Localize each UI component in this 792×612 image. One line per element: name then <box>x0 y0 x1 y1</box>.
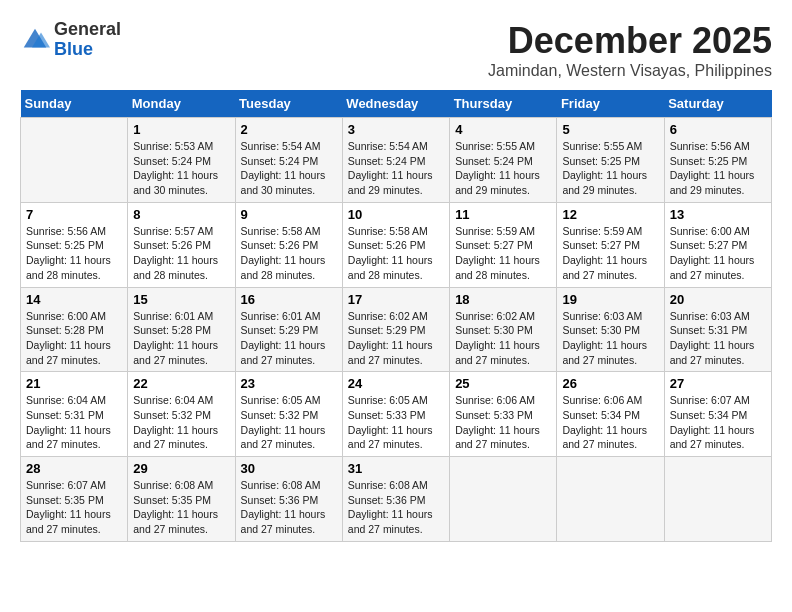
day-number: 14 <box>26 292 122 307</box>
day-number: 22 <box>133 376 229 391</box>
day-info: Sunrise: 6:08 AM Sunset: 5:36 PM Dayligh… <box>348 478 444 537</box>
calendar-cell: 18Sunrise: 6:02 AM Sunset: 5:30 PM Dayli… <box>450 287 557 372</box>
day-info: Sunrise: 6:04 AM Sunset: 5:32 PM Dayligh… <box>133 393 229 452</box>
day-info: Sunrise: 6:05 AM Sunset: 5:32 PM Dayligh… <box>241 393 337 452</box>
day-info: Sunrise: 6:08 AM Sunset: 5:35 PM Dayligh… <box>133 478 229 537</box>
calendar-cell: 11Sunrise: 5:59 AM Sunset: 5:27 PM Dayli… <box>450 202 557 287</box>
calendar-week-3: 14Sunrise: 6:00 AM Sunset: 5:28 PM Dayli… <box>21 287 772 372</box>
day-number: 12 <box>562 207 658 222</box>
day-number: 1 <box>133 122 229 137</box>
calendar-cell: 28Sunrise: 6:07 AM Sunset: 5:35 PM Dayli… <box>21 457 128 542</box>
day-info: Sunrise: 6:06 AM Sunset: 5:34 PM Dayligh… <box>562 393 658 452</box>
calendar-cell: 15Sunrise: 6:01 AM Sunset: 5:28 PM Dayli… <box>128 287 235 372</box>
day-number: 20 <box>670 292 766 307</box>
calendar-cell: 2Sunrise: 5:54 AM Sunset: 5:24 PM Daylig… <box>235 118 342 203</box>
weekday-header-saturday: Saturday <box>664 90 771 118</box>
day-number: 18 <box>455 292 551 307</box>
weekday-header-thursday: Thursday <box>450 90 557 118</box>
weekday-header-monday: Monday <box>128 90 235 118</box>
logo-icon <box>20 25 50 55</box>
day-info: Sunrise: 6:03 AM Sunset: 5:31 PM Dayligh… <box>670 309 766 368</box>
day-info: Sunrise: 6:02 AM Sunset: 5:30 PM Dayligh… <box>455 309 551 368</box>
day-number: 31 <box>348 461 444 476</box>
calendar-cell: 20Sunrise: 6:03 AM Sunset: 5:31 PM Dayli… <box>664 287 771 372</box>
day-number: 10 <box>348 207 444 222</box>
page-header: General Blue December 2025 Jamindan, Wes… <box>20 20 772 80</box>
day-number: 25 <box>455 376 551 391</box>
calendar-cell: 13Sunrise: 6:00 AM Sunset: 5:27 PM Dayli… <box>664 202 771 287</box>
calendar-cell: 23Sunrise: 6:05 AM Sunset: 5:32 PM Dayli… <box>235 372 342 457</box>
day-number: 17 <box>348 292 444 307</box>
day-number: 9 <box>241 207 337 222</box>
calendar-week-1: 1Sunrise: 5:53 AM Sunset: 5:24 PM Daylig… <box>21 118 772 203</box>
calendar-table: SundayMondayTuesdayWednesdayThursdayFrid… <box>20 90 772 542</box>
calendar-cell: 21Sunrise: 6:04 AM Sunset: 5:31 PM Dayli… <box>21 372 128 457</box>
day-number: 27 <box>670 376 766 391</box>
calendar-cell <box>557 457 664 542</box>
day-number: 8 <box>133 207 229 222</box>
day-info: Sunrise: 6:01 AM Sunset: 5:29 PM Dayligh… <box>241 309 337 368</box>
day-number: 15 <box>133 292 229 307</box>
day-number: 5 <box>562 122 658 137</box>
calendar-cell: 16Sunrise: 6:01 AM Sunset: 5:29 PM Dayli… <box>235 287 342 372</box>
day-number: 11 <box>455 207 551 222</box>
day-info: Sunrise: 5:59 AM Sunset: 5:27 PM Dayligh… <box>562 224 658 283</box>
day-number: 21 <box>26 376 122 391</box>
calendar-cell: 1Sunrise: 5:53 AM Sunset: 5:24 PM Daylig… <box>128 118 235 203</box>
day-info: Sunrise: 5:56 AM Sunset: 5:25 PM Dayligh… <box>26 224 122 283</box>
calendar-cell: 29Sunrise: 6:08 AM Sunset: 5:35 PM Dayli… <box>128 457 235 542</box>
calendar-cell: 8Sunrise: 5:57 AM Sunset: 5:26 PM Daylig… <box>128 202 235 287</box>
day-info: Sunrise: 5:55 AM Sunset: 5:24 PM Dayligh… <box>455 139 551 198</box>
calendar-cell: 9Sunrise: 5:58 AM Sunset: 5:26 PM Daylig… <box>235 202 342 287</box>
day-info: Sunrise: 5:54 AM Sunset: 5:24 PM Dayligh… <box>348 139 444 198</box>
day-number: 29 <box>133 461 229 476</box>
day-info: Sunrise: 5:56 AM Sunset: 5:25 PM Dayligh… <box>670 139 766 198</box>
calendar-cell <box>21 118 128 203</box>
calendar-cell <box>450 457 557 542</box>
calendar-cell: 24Sunrise: 6:05 AM Sunset: 5:33 PM Dayli… <box>342 372 449 457</box>
day-number: 30 <box>241 461 337 476</box>
calendar-cell: 17Sunrise: 6:02 AM Sunset: 5:29 PM Dayli… <box>342 287 449 372</box>
logo-general-text: General <box>54 19 121 39</box>
day-number: 3 <box>348 122 444 137</box>
calendar-week-5: 28Sunrise: 6:07 AM Sunset: 5:35 PM Dayli… <box>21 457 772 542</box>
weekday-header-row: SundayMondayTuesdayWednesdayThursdayFrid… <box>21 90 772 118</box>
calendar-cell: 3Sunrise: 5:54 AM Sunset: 5:24 PM Daylig… <box>342 118 449 203</box>
calendar-cell: 12Sunrise: 5:59 AM Sunset: 5:27 PM Dayli… <box>557 202 664 287</box>
calendar-cell: 25Sunrise: 6:06 AM Sunset: 5:33 PM Dayli… <box>450 372 557 457</box>
day-info: Sunrise: 6:07 AM Sunset: 5:34 PM Dayligh… <box>670 393 766 452</box>
day-number: 4 <box>455 122 551 137</box>
day-number: 6 <box>670 122 766 137</box>
day-info: Sunrise: 5:59 AM Sunset: 5:27 PM Dayligh… <box>455 224 551 283</box>
weekday-header-wednesday: Wednesday <box>342 90 449 118</box>
day-number: 19 <box>562 292 658 307</box>
calendar-week-4: 21Sunrise: 6:04 AM Sunset: 5:31 PM Dayli… <box>21 372 772 457</box>
calendar-cell: 7Sunrise: 5:56 AM Sunset: 5:25 PM Daylig… <box>21 202 128 287</box>
day-number: 2 <box>241 122 337 137</box>
calendar-cell: 26Sunrise: 6:06 AM Sunset: 5:34 PM Dayli… <box>557 372 664 457</box>
calendar-cell <box>664 457 771 542</box>
month-title: December 2025 <box>488 20 772 62</box>
calendar-cell: 31Sunrise: 6:08 AM Sunset: 5:36 PM Dayli… <box>342 457 449 542</box>
day-number: 7 <box>26 207 122 222</box>
day-info: Sunrise: 5:55 AM Sunset: 5:25 PM Dayligh… <box>562 139 658 198</box>
calendar-cell: 19Sunrise: 6:03 AM Sunset: 5:30 PM Dayli… <box>557 287 664 372</box>
weekday-header-sunday: Sunday <box>21 90 128 118</box>
day-number: 23 <box>241 376 337 391</box>
calendar-cell: 6Sunrise: 5:56 AM Sunset: 5:25 PM Daylig… <box>664 118 771 203</box>
day-number: 13 <box>670 207 766 222</box>
day-info: Sunrise: 5:53 AM Sunset: 5:24 PM Dayligh… <box>133 139 229 198</box>
day-info: Sunrise: 6:07 AM Sunset: 5:35 PM Dayligh… <box>26 478 122 537</box>
day-info: Sunrise: 6:06 AM Sunset: 5:33 PM Dayligh… <box>455 393 551 452</box>
weekday-header-tuesday: Tuesday <box>235 90 342 118</box>
logo: General Blue <box>20 20 121 60</box>
day-info: Sunrise: 6:04 AM Sunset: 5:31 PM Dayligh… <box>26 393 122 452</box>
day-info: Sunrise: 6:08 AM Sunset: 5:36 PM Dayligh… <box>241 478 337 537</box>
day-info: Sunrise: 6:02 AM Sunset: 5:29 PM Dayligh… <box>348 309 444 368</box>
title-block: December 2025 Jamindan, Western Visayas,… <box>488 20 772 80</box>
day-info: Sunrise: 6:01 AM Sunset: 5:28 PM Dayligh… <box>133 309 229 368</box>
day-info: Sunrise: 5:58 AM Sunset: 5:26 PM Dayligh… <box>348 224 444 283</box>
calendar-cell: 30Sunrise: 6:08 AM Sunset: 5:36 PM Dayli… <box>235 457 342 542</box>
calendar-cell: 27Sunrise: 6:07 AM Sunset: 5:34 PM Dayli… <box>664 372 771 457</box>
calendar-cell: 5Sunrise: 5:55 AM Sunset: 5:25 PM Daylig… <box>557 118 664 203</box>
